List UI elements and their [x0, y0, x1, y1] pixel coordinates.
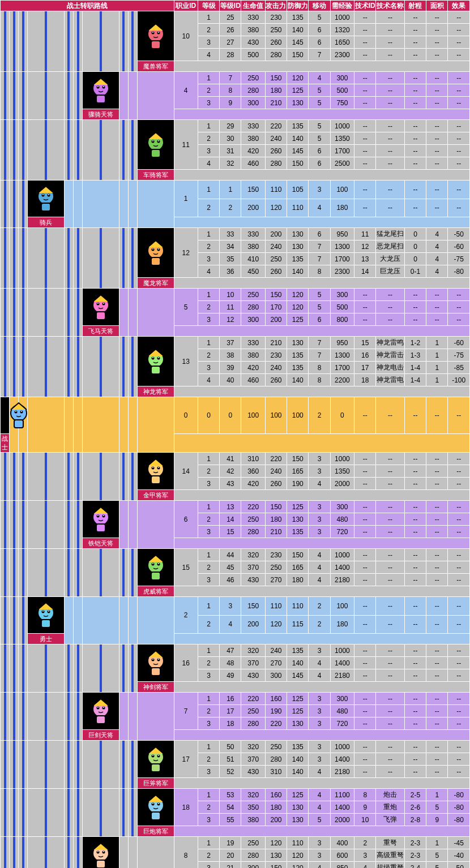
stat-cell: -- — [354, 120, 376, 132]
stat-cell: 1 — [198, 501, 219, 513]
stat-cell: 190 — [287, 478, 309, 490]
stat-cell: -- — [426, 766, 448, 778]
tree-spacer — [10, 597, 19, 644]
stat-cell: -75 — [448, 349, 470, 362]
stat-cell: 300 — [330, 501, 354, 513]
stat-cell: 1400 — [330, 753, 354, 766]
stat-cell: -- — [354, 145, 376, 157]
tree-pad — [119, 397, 128, 453]
stat-cell: 神龙电击 — [376, 362, 404, 374]
stat-cell: 135 — [287, 526, 309, 538]
stat-cell: -- — [448, 549, 470, 561]
stat-cell: 8 — [354, 789, 376, 801]
stat-cell: -- — [354, 741, 376, 753]
stat-cell: 430 — [241, 574, 265, 586]
stat-cell: -- — [404, 766, 426, 778]
stat-cell: 9 — [426, 814, 448, 826]
stat-cell: 150 — [241, 597, 265, 616]
stat-cell: 1650 — [330, 36, 354, 49]
stat-cell: 370 — [241, 561, 265, 574]
stat-cell: -- — [448, 289, 470, 301]
svg-point-82 — [97, 707, 99, 708]
stat-cell: 30 — [220, 132, 241, 145]
svg-point-29 — [158, 248, 159, 250]
stat-cell: 神龙雷鸣 — [376, 337, 404, 349]
stat-cell: 330 — [241, 337, 265, 349]
stat-cell: 32 — [220, 157, 241, 170]
stat-cell: 1 — [220, 181, 241, 199]
stat-cell: -- — [354, 644, 376, 657]
tree-spacer — [19, 693, 28, 741]
stat-cell: 125 — [287, 84, 309, 97]
stat-cell: 3 — [309, 717, 330, 730]
stat-cell: -60 — [448, 240, 470, 253]
tree-pad — [137, 501, 174, 549]
stat-cell: -- — [354, 478, 376, 490]
jobid-cell: 4 — [174, 72, 198, 109]
stat-cell: -- — [376, 513, 404, 526]
stat-cell: 720 — [330, 717, 354, 730]
stat-cell: 2-4 — [404, 862, 426, 869]
tree-spacer — [64, 120, 73, 181]
stat-cell: -- — [448, 199, 470, 217]
unit-name: 巨炮将军 — [137, 826, 174, 837]
stat-cell: 7 — [309, 337, 330, 349]
tree-spacer — [1, 693, 10, 741]
stat-cell: 150 — [265, 72, 287, 84]
stat-cell: 7 — [309, 349, 330, 362]
stat-cell: 280 — [241, 84, 265, 97]
stat-cell: 250 — [241, 837, 265, 849]
svg-rect-45 — [14, 420, 23, 428]
stat-cell: 150 — [287, 453, 309, 465]
stat-cell: 3 — [198, 362, 219, 374]
stat-cell: 220 — [265, 453, 287, 465]
tree-spacer — [1, 644, 10, 693]
stat-cell: 1 — [198, 289, 219, 301]
tree-pad — [119, 72, 128, 120]
stat-cell: 120 — [287, 849, 309, 862]
stat-cell: -- — [376, 199, 404, 217]
stat-cell: 1350 — [330, 465, 354, 478]
stat-cell: 320 — [241, 741, 265, 753]
stat-cell: 135 — [287, 253, 309, 265]
stat-cell: 280 — [265, 753, 287, 766]
stat-cell: -- — [376, 657, 404, 669]
stat-cell: -- — [426, 397, 448, 434]
stat-cell: 2 — [309, 597, 330, 616]
tree-spacer — [74, 741, 83, 789]
stat-cell: 6 — [309, 313, 330, 326]
stat-cell: 750 — [330, 97, 354, 109]
stat-cell: 3 — [198, 36, 219, 49]
tree-spacer — [74, 549, 83, 597]
stat-cell: 3 — [198, 478, 219, 490]
stat-cell: -- — [426, 753, 448, 766]
stat-cell: 180 — [265, 801, 287, 814]
stat-cell: 猛龙尾扫 — [376, 228, 404, 240]
stat-cell: -- — [404, 501, 426, 513]
stat-cell: 250 — [241, 705, 265, 717]
unit-icon — [137, 228, 174, 278]
stat-cell: 18 — [354, 374, 376, 386]
tree-spacer — [74, 453, 83, 501]
svg-point-11 — [103, 86, 104, 87]
stat-cell: 1350 — [330, 132, 354, 145]
tree-pad — [128, 72, 137, 120]
stat-cell: 0 — [198, 397, 219, 434]
stat-cell: -- — [354, 597, 376, 616]
stat-cell: 1 — [426, 374, 448, 386]
stat-cell: 135 — [287, 11, 309, 24]
stat-cell: -- — [426, 289, 448, 301]
stat-cell: 1 — [198, 693, 219, 705]
stat-cell: 2500 — [330, 157, 354, 170]
stat-cell: -- — [376, 157, 404, 170]
svg-point-40 — [152, 357, 153, 358]
stat-cell: -- — [426, 465, 448, 478]
stat-cell: -- — [354, 97, 376, 109]
stat-cell: 120 — [265, 199, 287, 217]
stat-cell: 0-1 — [404, 265, 426, 278]
stat-cell: -- — [448, 120, 470, 132]
stat-cell: -- — [448, 313, 470, 326]
stat-cell: -- — [354, 397, 376, 434]
svg-rect-81 — [96, 716, 105, 724]
stat-cell: 大龙压 — [376, 253, 404, 265]
